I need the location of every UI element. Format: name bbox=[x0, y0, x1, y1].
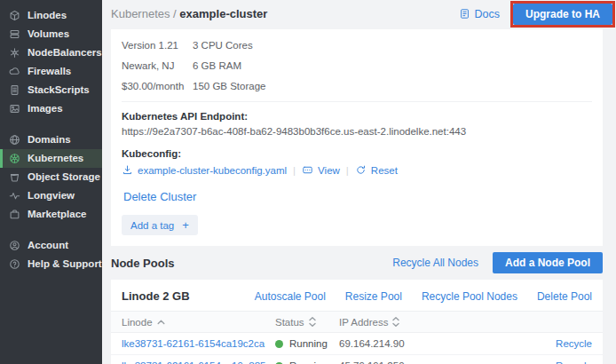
delete-cluster-link[interactable]: Delete Cluster bbox=[123, 190, 196, 203]
docs-link[interactable]: Docs bbox=[459, 8, 500, 20]
stackscripts-icon bbox=[9, 84, 20, 96]
download-icon bbox=[122, 164, 133, 176]
api-endpoint-value: https://9e2a7307-b6ac-408f-ba62-9483b0b3… bbox=[122, 126, 592, 137]
summary-storage: 150 GB Storage bbox=[193, 81, 592, 91]
sidebar-item-stackscripts[interactable]: StackScripts bbox=[0, 81, 102, 99]
summary-ram: 6 GB RAM bbox=[193, 60, 592, 71]
table-row: lke38731-62161-6154ca19c2ca Running 69.1… bbox=[111, 333, 603, 355]
kubeconfig-file-name: example-cluster-kubeconfig.yaml bbox=[138, 165, 287, 176]
node-pool-card: Linode 2 GB Autoscale Pool Resize Pool R… bbox=[111, 280, 603, 364]
breadcrumb-current: example-cluster bbox=[179, 7, 267, 20]
column-header-status[interactable]: Status bbox=[275, 312, 339, 333]
sidebar-item-label: Marketplace bbox=[28, 208, 86, 221]
recycle-all-nodes-link[interactable]: Recycle All Nodes bbox=[392, 257, 478, 269]
status-running-icon bbox=[275, 340, 283, 348]
cluster-summary-card: Version 1.21 3 CPU Cores Newark, NJ 6 GB… bbox=[111, 29, 603, 246]
kubernetes-icon bbox=[9, 153, 20, 164]
sidebar-item-nodebalancers[interactable]: NodeBalancers bbox=[0, 44, 102, 62]
column-label: Status bbox=[275, 317, 304, 328]
header-actions: Docs Upgrade to HA bbox=[459, 1, 615, 28]
node-pools-header: Node Pools Recycle All Nodes Add a Node … bbox=[102, 246, 616, 280]
column-label: IP Address bbox=[339, 317, 388, 328]
cluster-summary-grid: Version 1.21 3 CPU Cores Newark, NJ 6 GB… bbox=[122, 40, 592, 91]
sidebar-item-label: Linodes bbox=[28, 9, 67, 22]
delete-pool-link[interactable]: Delete Pool bbox=[537, 290, 592, 303]
summary-divider bbox=[122, 101, 592, 102]
sidebar-item-label: Account bbox=[28, 239, 68, 252]
sidebar-item-object-storage[interactable]: Object Storage bbox=[0, 168, 102, 186]
sort-asc-icon bbox=[157, 320, 165, 325]
annotation-highlight-box: Upgrade to HA bbox=[510, 1, 615, 28]
sidebar-item-images[interactable]: Images bbox=[0, 99, 102, 118]
sidebar-item-label: Firewalls bbox=[28, 65, 71, 78]
sort-both-icon bbox=[309, 317, 316, 327]
sidebar-item-domains[interactable]: Domains bbox=[0, 131, 102, 149]
account-icon bbox=[9, 240, 20, 251]
separator: | bbox=[346, 165, 349, 176]
sidebar-item-label: NodeBalancers bbox=[28, 46, 102, 59]
node-link[interactable]: lke38731-62161-6154ca19c2ca bbox=[122, 338, 265, 349]
column-header-linode[interactable]: Linode bbox=[111, 312, 275, 333]
docs-icon bbox=[459, 8, 470, 20]
sidebar-item-label: Volumes bbox=[28, 28, 69, 41]
firewalls-icon bbox=[9, 66, 20, 77]
sidebar-item-linodes[interactable]: Linodes bbox=[0, 6, 102, 25]
main-content: Kubernetes / example-cluster Docs Upgrad… bbox=[102, 0, 616, 364]
resize-pool-link[interactable]: Resize Pool bbox=[345, 290, 402, 303]
sidebar-item-longview[interactable]: Longview bbox=[0, 186, 102, 205]
add-node-pool-button[interactable]: Add a Node Pool bbox=[493, 252, 603, 273]
summary-cpu: 3 CPU Cores bbox=[193, 40, 592, 51]
pool-action-links: Autoscale Pool Resize Pool Recycle Pool … bbox=[255, 290, 592, 303]
sidebar-item-account[interactable]: Account bbox=[0, 236, 102, 255]
node-pools-actions: Recycle All Nodes Add a Node Pool bbox=[392, 252, 603, 273]
autoscale-pool-link[interactable]: Autoscale Pool bbox=[255, 290, 326, 303]
kubeconfig-download-link[interactable]: example-cluster-kubeconfig.yaml bbox=[122, 164, 287, 176]
node-link[interactable]: lke38731-62161-6154ca19e885 bbox=[122, 360, 265, 364]
table-row: lke38731-62161-6154ca19e885 Running 45.7… bbox=[111, 355, 603, 364]
separator: | bbox=[293, 165, 296, 176]
recycle-node-link[interactable]: Recycle bbox=[556, 360, 592, 364]
sidebar-item-volumes[interactable]: Volumes bbox=[0, 25, 102, 44]
nodebalancers-icon bbox=[9, 47, 20, 59]
recycle-pool-nodes-link[interactable]: Recycle Pool Nodes bbox=[422, 290, 517, 303]
nodes-table: Linode Status IP Addre bbox=[111, 311, 603, 364]
ip-address: 45.79.191.250 bbox=[339, 360, 405, 364]
column-header-actions bbox=[530, 312, 603, 333]
summary-region: Newark, NJ bbox=[122, 60, 193, 71]
breadcrumb: Kubernetes / example-cluster bbox=[111, 7, 267, 20]
sidebar-item-label: Longview bbox=[28, 189, 75, 202]
ip-address: 69.164.214.90 bbox=[339, 338, 405, 349]
add-tag-label: Add a tag bbox=[130, 220, 174, 231]
node-pools-title: Node Pools bbox=[111, 257, 175, 270]
kubeconfig-view-label: View bbox=[318, 165, 340, 176]
sidebar-item-label: Images bbox=[28, 102, 63, 115]
sidebar-item-firewalls[interactable]: Firewalls bbox=[0, 62, 102, 81]
column-header-ip-address[interactable]: IP Address bbox=[339, 312, 530, 333]
pool-header: Linode 2 GB Autoscale Pool Resize Pool R… bbox=[111, 280, 603, 311]
app-window: Linodes Volumes NodeBalancers Firewalls … bbox=[0, 0, 616, 364]
volumes-icon bbox=[9, 28, 20, 40]
kubeconfig-reset-label: Reset bbox=[371, 165, 398, 176]
status-label: Running bbox=[289, 338, 328, 349]
sidebar-item-label: Kubernetes bbox=[28, 152, 83, 165]
add-tag-button[interactable]: Add a tag + bbox=[122, 215, 198, 235]
breadcrumb-section[interactable]: Kubernetes bbox=[111, 7, 170, 20]
sidebar-item-marketplace[interactable]: Marketplace bbox=[0, 205, 102, 224]
sort-both-icon bbox=[392, 317, 399, 327]
recycle-node-link[interactable]: Recycle bbox=[556, 338, 592, 349]
sidebar-item-kubernetes[interactable]: Kubernetes bbox=[0, 149, 102, 168]
kubeconfig-view-link[interactable]: View bbox=[302, 164, 340, 176]
sidebar-item-label: StackScripts bbox=[28, 83, 90, 97]
page-header: Kubernetes / example-cluster Docs Upgrad… bbox=[102, 0, 616, 28]
domains-icon bbox=[9, 134, 20, 146]
docs-label: Docs bbox=[475, 8, 500, 20]
plus-icon: + bbox=[182, 218, 189, 232]
kubeconfig-reset-link[interactable]: Reset bbox=[355, 164, 398, 176]
help-icon bbox=[9, 258, 20, 270]
sidebar-item-help-support[interactable]: Help & Support bbox=[0, 255, 102, 273]
sidebar-item-label: Domains bbox=[28, 133, 71, 146]
marketplace-icon bbox=[9, 209, 20, 220]
upgrade-to-ha-button[interactable]: Upgrade to HA bbox=[513, 4, 612, 25]
object-storage-icon bbox=[9, 171, 20, 183]
summary-version: Version 1.21 bbox=[122, 40, 193, 51]
